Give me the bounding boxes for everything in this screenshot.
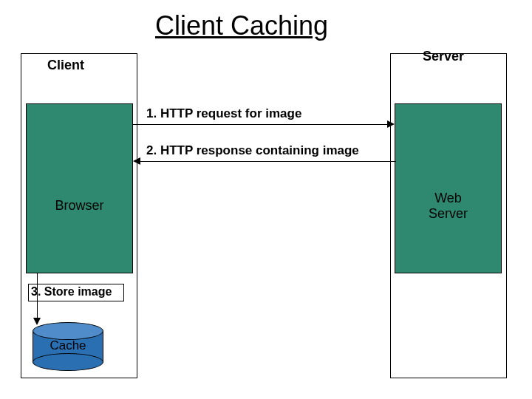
browser-label: Browser — [26, 198, 133, 214]
server-label: Server — [423, 49, 464, 64]
arrow-store-line — [37, 273, 38, 319]
arrow-request-line — [133, 124, 389, 125]
client-label: Client — [47, 58, 84, 73]
webserver-box — [395, 103, 502, 273]
webserver-label: Web Server — [395, 191, 502, 221]
arrow-request-head — [387, 120, 395, 128]
cache-label: Cache — [33, 338, 103, 353]
webserver-label-line1: Web — [434, 191, 462, 205]
message-3: 3. Store image — [31, 285, 112, 299]
message-2: 2. HTTP response containing image — [146, 143, 359, 158]
message-1: 1. HTTP request for image — [146, 106, 301, 121]
arrow-store-head — [33, 318, 41, 325]
cache-cylinder-top — [33, 322, 103, 340]
browser-box — [26, 103, 133, 273]
webserver-label-line2: Server — [429, 206, 468, 221]
cache-cylinder-bottom — [33, 353, 103, 371]
arrow-response-head — [133, 157, 140, 165]
arrow-response-line — [140, 161, 396, 162]
diagram-title: Client Caching — [155, 10, 328, 41]
